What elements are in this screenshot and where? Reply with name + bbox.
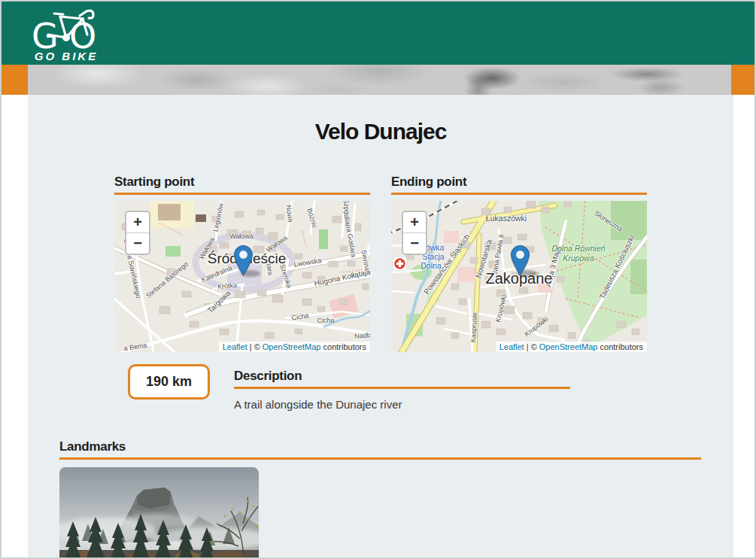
map-zoom-out-button[interactable]: − [126, 232, 149, 254]
orange-accent-left [2, 65, 28, 95]
map-marker-icon[interactable] [511, 245, 530, 276]
ending-point-section: Ending point [391, 175, 647, 352]
hero-texture-image [28, 65, 731, 95]
ending-point-heading: Ending point [391, 175, 647, 195]
description-heading: Description [234, 369, 570, 389]
attribution-suffix: contributors [320, 342, 366, 351]
park-label: Krupowa [563, 254, 594, 263]
map-zoom-out-button[interactable]: − [403, 232, 426, 254]
gobike-logo[interactable]: G O GO BIKE [27, 5, 105, 62]
description-text: A trail alongside the Dunajec river [234, 398, 570, 411]
station-label: Dolna [421, 261, 441, 270]
app-header: G O GO BIKE [2, 2, 754, 65]
content-area: Velo Dunajec Starting point [28, 95, 733, 559]
hero-band [2, 65, 754, 95]
page-body: Velo Dunajec Starting point [2, 95, 754, 559]
street-label: Nadb [354, 331, 370, 340]
attribution-suffix: contributors [597, 342, 643, 351]
landmarks-heading: Landmarks [59, 439, 701, 460]
osm-link[interactable]: OpenStreetMap [263, 342, 321, 351]
street-label: Łukaszówki [486, 214, 527, 223]
orange-accent-right [731, 65, 754, 95]
map-zoom-in-button[interactable]: + [403, 212, 426, 232]
starting-point-section: Starting point [114, 175, 370, 352]
app-window: G O GO BIKE [0, 0, 756, 559]
leaflet-link[interactable]: Leaflet [499, 342, 524, 351]
leaflet-link[interactable]: Leaflet [223, 342, 247, 351]
map-zoom-control: + − [125, 211, 150, 255]
map-attribution: Leaflet | © OpenStreetMap contributors [219, 342, 370, 352]
attribution-separator: | © [247, 342, 263, 351]
first-aid-icon [393, 257, 407, 271]
attribution-separator: | © [524, 342, 539, 351]
description-section: Description A trail alongside the Dunaje… [234, 369, 570, 411]
page-title: Velo Dunajec [28, 119, 733, 144]
map-attribution: Leaflet | © OpenStreetMap contributors [496, 342, 647, 352]
osm-link[interactable]: OpenStreetMap [539, 342, 598, 351]
distance-badge: 190 km [128, 364, 210, 400]
start-map[interactable]: Wałowa Wałowa Wałowa Legionów Nowa Bóżni… [114, 201, 370, 352]
end-map[interactable]: Łukaszówki Słoneczna Nowotarska Powstańc… [391, 201, 647, 352]
info-row: 190 km Description A trail alongside the… [128, 364, 733, 411]
route-maps-row: Starting point [114, 175, 733, 352]
park-label: Dolna Równień [551, 244, 605, 253]
street-label: Cicha [317, 317, 334, 324]
map-zoom-in-button[interactable]: + [126, 212, 149, 232]
logo-wordmark: GO BIKE [35, 50, 98, 62]
starting-point-heading: Starting point [114, 175, 370, 195]
street-label: Kasprusie [469, 312, 478, 342]
svg-text:G: G [32, 16, 59, 51]
map-zoom-control: + − [402, 211, 427, 255]
landmark-mountain-image [59, 467, 259, 559]
map-marker-icon[interactable] [234, 245, 253, 276]
bike-logo-icon: G O [27, 5, 105, 51]
landmark-photo[interactable] [59, 467, 259, 559]
landmarks-section: Landmarks [59, 439, 701, 559]
street-label: Wałowa [229, 232, 254, 240]
